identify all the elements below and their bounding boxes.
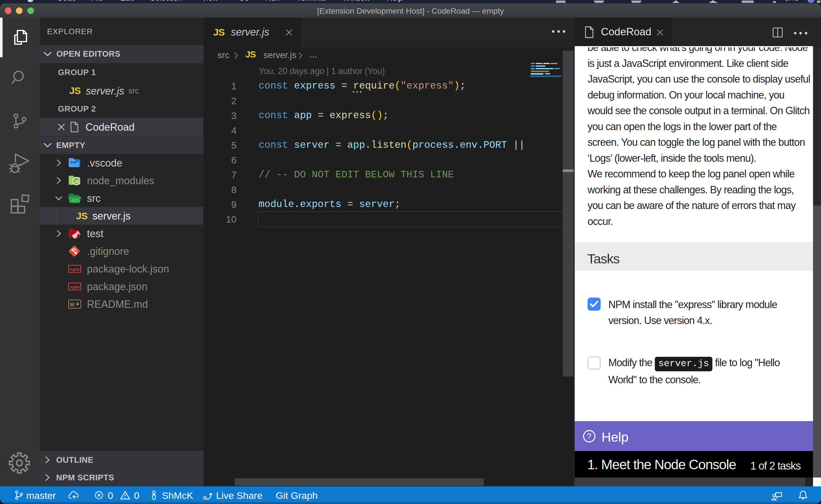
svg-text:JS: JS	[74, 179, 79, 184]
svg-text:npm: npm	[70, 267, 79, 272]
svg-text:npm: npm	[70, 284, 79, 289]
svg-text:</>: </>	[71, 198, 79, 204]
svg-text:M: M	[70, 302, 74, 308]
svg-text:?: ?	[587, 432, 591, 441]
